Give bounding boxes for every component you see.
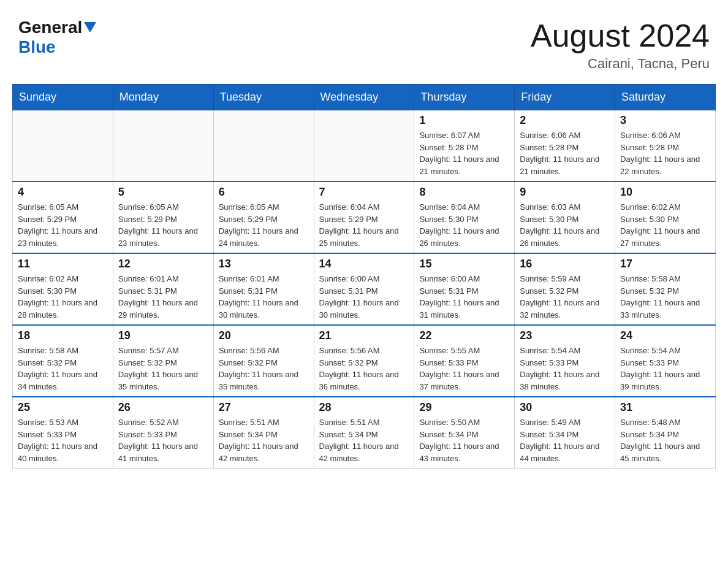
day-number: 6: [219, 186, 309, 199]
calendar-cell: 15Sunrise: 6:00 AMSunset: 5:31 PMDayligh…: [414, 253, 515, 325]
day-number: 4: [18, 186, 108, 199]
day-number: 17: [620, 258, 710, 270]
day-number: 14: [319, 258, 409, 270]
calendar-cell: [13, 110, 113, 182]
calendar-cell: [113, 110, 213, 182]
day-info: Sunrise: 6:05 AMSunset: 5:29 PMDaylight:…: [219, 201, 309, 249]
calendar-cell: 24Sunrise: 5:54 AMSunset: 5:33 PMDayligh…: [615, 325, 716, 397]
calendar-cell: 8Sunrise: 6:04 AMSunset: 5:30 PMDaylight…: [414, 182, 515, 253]
day-info: Sunrise: 5:51 AMSunset: 5:34 PMDaylight:…: [319, 416, 409, 464]
calendar-cell: 21Sunrise: 5:56 AMSunset: 5:32 PMDayligh…: [314, 325, 414, 397]
calendar-cell: 7Sunrise: 6:04 AMSunset: 5:29 PMDaylight…: [314, 182, 414, 253]
day-info: Sunrise: 5:54 AMSunset: 5:33 PMDaylight:…: [520, 345, 610, 393]
day-number: 30: [520, 401, 610, 414]
calendar-cell: 29Sunrise: 5:50 AMSunset: 5:34 PMDayligh…: [414, 397, 515, 469]
calendar-cell: 14Sunrise: 6:00 AMSunset: 5:31 PMDayligh…: [314, 253, 414, 325]
week-row-1: 1Sunrise: 6:07 AMSunset: 5:28 PMDaylight…: [13, 110, 716, 182]
day-header-thursday: Thursday: [414, 85, 515, 110]
day-header-friday: Friday: [515, 85, 615, 110]
day-info: Sunrise: 6:04 AMSunset: 5:29 PMDaylight:…: [319, 201, 409, 249]
day-info: Sunrise: 6:01 AMSunset: 5:31 PMDaylight:…: [219, 273, 309, 321]
calendar-cell: 28Sunrise: 5:51 AMSunset: 5:34 PMDayligh…: [314, 397, 414, 469]
day-number: 18: [18, 329, 108, 342]
day-info: Sunrise: 5:52 AMSunset: 5:33 PMDaylight:…: [118, 416, 208, 464]
day-header-monday: Monday: [113, 85, 213, 110]
day-info: Sunrise: 6:07 AMSunset: 5:28 PMDaylight:…: [419, 129, 509, 177]
day-info: Sunrise: 5:54 AMSunset: 5:33 PMDaylight:…: [620, 345, 710, 393]
day-header-saturday: Saturday: [615, 85, 716, 110]
calendar-cell: 25Sunrise: 5:53 AMSunset: 5:33 PMDayligh…: [13, 397, 113, 469]
day-number: 16: [520, 258, 610, 270]
day-number: 10: [620, 186, 710, 199]
day-number: 2: [520, 114, 610, 127]
day-info: Sunrise: 5:59 AMSunset: 5:32 PMDaylight:…: [520, 273, 610, 321]
day-header-tuesday: Tuesday: [213, 85, 314, 110]
calendar-cell: [213, 110, 314, 182]
day-number: 29: [419, 401, 509, 414]
day-info: Sunrise: 5:56 AMSunset: 5:32 PMDaylight:…: [219, 345, 309, 393]
calendar-cell: 16Sunrise: 5:59 AMSunset: 5:32 PMDayligh…: [515, 253, 615, 325]
day-number: 23: [520, 329, 610, 342]
day-number: 31: [620, 401, 710, 414]
day-info: Sunrise: 5:58 AMSunset: 5:32 PMDaylight:…: [18, 345, 108, 393]
week-row-4: 18Sunrise: 5:58 AMSunset: 5:32 PMDayligh…: [13, 325, 716, 397]
title-block: August 2024 Cairani, Tacna, Peru: [531, 18, 710, 72]
calendar-cell: 20Sunrise: 5:56 AMSunset: 5:32 PMDayligh…: [213, 325, 314, 397]
day-info: Sunrise: 5:56 AMSunset: 5:32 PMDaylight:…: [319, 345, 409, 393]
day-number: 20: [219, 329, 309, 342]
day-info: Sunrise: 5:55 AMSunset: 5:33 PMDaylight:…: [419, 345, 509, 393]
day-header-sunday: Sunday: [13, 85, 113, 110]
calendar-cell: 6Sunrise: 6:05 AMSunset: 5:29 PMDaylight…: [213, 182, 314, 253]
calendar-cell: 9Sunrise: 6:03 AMSunset: 5:30 PMDaylight…: [515, 182, 615, 253]
calendar-cell: 19Sunrise: 5:57 AMSunset: 5:32 PMDayligh…: [113, 325, 213, 397]
main-title: August 2024: [531, 18, 710, 53]
logo-triangle-icon: [84, 22, 96, 33]
day-info: Sunrise: 5:48 AMSunset: 5:34 PMDaylight:…: [620, 416, 710, 464]
day-info: Sunrise: 5:50 AMSunset: 5:34 PMDaylight:…: [419, 416, 509, 464]
day-number: 3: [620, 114, 710, 127]
day-info: Sunrise: 5:58 AMSunset: 5:32 PMDaylight:…: [620, 273, 710, 321]
day-number: 28: [319, 401, 409, 414]
page-header: General Blue August 2024 Cairani, Tacna,…: [12, 12, 716, 72]
calendar-cell: 10Sunrise: 6:02 AMSunset: 5:30 PMDayligh…: [615, 182, 716, 253]
logo: General Blue: [18, 18, 96, 57]
day-number: 8: [419, 186, 509, 199]
day-info: Sunrise: 6:05 AMSunset: 5:29 PMDaylight:…: [118, 201, 208, 249]
logo-blue-text: Blue: [18, 37, 96, 57]
day-info: Sunrise: 5:53 AMSunset: 5:33 PMDaylight:…: [18, 416, 108, 464]
day-number: 26: [118, 401, 208, 414]
day-info: Sunrise: 6:00 AMSunset: 5:31 PMDaylight:…: [419, 273, 509, 321]
calendar-cell: 5Sunrise: 6:05 AMSunset: 5:29 PMDaylight…: [113, 182, 213, 253]
day-info: Sunrise: 6:04 AMSunset: 5:30 PMDaylight:…: [419, 201, 509, 249]
calendar-cell: 26Sunrise: 5:52 AMSunset: 5:33 PMDayligh…: [113, 397, 213, 469]
calendar-cell: 13Sunrise: 6:01 AMSunset: 5:31 PMDayligh…: [213, 253, 314, 325]
day-number: 5: [118, 186, 208, 199]
calendar-cell: 17Sunrise: 5:58 AMSunset: 5:32 PMDayligh…: [615, 253, 716, 325]
day-number: 27: [219, 401, 309, 414]
day-number: 7: [319, 186, 409, 199]
calendar-header-row: SundayMondayTuesdayWednesdayThursdayFrid…: [13, 85, 716, 110]
day-info: Sunrise: 5:51 AMSunset: 5:34 PMDaylight:…: [219, 416, 309, 464]
day-number: 1: [419, 114, 509, 127]
week-row-3: 11Sunrise: 6:02 AMSunset: 5:30 PMDayligh…: [13, 253, 716, 325]
day-number: 12: [118, 258, 208, 270]
calendar-cell: 3Sunrise: 6:06 AMSunset: 5:28 PMDaylight…: [615, 110, 716, 182]
day-info: Sunrise: 5:49 AMSunset: 5:34 PMDaylight:…: [520, 416, 610, 464]
calendar-cell: 30Sunrise: 5:49 AMSunset: 5:34 PMDayligh…: [515, 397, 615, 469]
day-info: Sunrise: 6:02 AMSunset: 5:30 PMDaylight:…: [620, 201, 710, 249]
calendar-cell: 2Sunrise: 6:06 AMSunset: 5:28 PMDaylight…: [515, 110, 615, 182]
calendar-cell: 18Sunrise: 5:58 AMSunset: 5:32 PMDayligh…: [13, 325, 113, 397]
calendar-cell: 27Sunrise: 5:51 AMSunset: 5:34 PMDayligh…: [213, 397, 314, 469]
calendar-cell: [314, 110, 414, 182]
calendar-cell: 31Sunrise: 5:48 AMSunset: 5:34 PMDayligh…: [615, 397, 716, 469]
day-info: Sunrise: 6:06 AMSunset: 5:28 PMDaylight:…: [520, 129, 610, 177]
calendar-cell: 22Sunrise: 5:55 AMSunset: 5:33 PMDayligh…: [414, 325, 515, 397]
day-info: Sunrise: 6:01 AMSunset: 5:31 PMDaylight:…: [118, 273, 208, 321]
day-info: Sunrise: 6:05 AMSunset: 5:29 PMDaylight:…: [18, 201, 108, 249]
day-number: 13: [219, 258, 309, 270]
day-info: Sunrise: 6:00 AMSunset: 5:31 PMDaylight:…: [319, 273, 409, 321]
calendar-table: SundayMondayTuesdayWednesdayThursdayFrid…: [12, 84, 716, 469]
week-row-5: 25Sunrise: 5:53 AMSunset: 5:33 PMDayligh…: [13, 397, 716, 469]
day-info: Sunrise: 6:02 AMSunset: 5:30 PMDaylight:…: [18, 273, 108, 321]
day-number: 25: [18, 401, 108, 414]
